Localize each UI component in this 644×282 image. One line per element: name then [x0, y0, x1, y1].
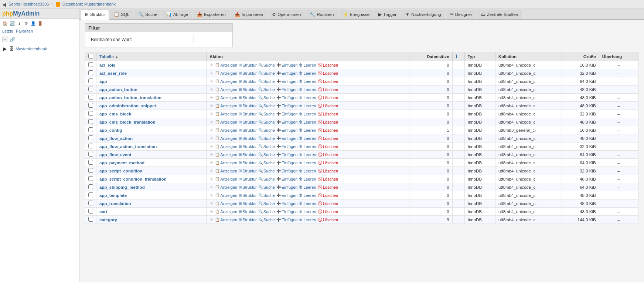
filter-input[interactable] — [135, 36, 194, 43]
action-insert[interactable]: ➕Einfügen — [276, 104, 297, 108]
favorite-star[interactable]: ★ — [209, 95, 214, 100]
table-header-info[interactable]: ℹ — [452, 52, 464, 61]
action-structure[interactable]: ⊞Struktur — [239, 79, 257, 84]
favorite-star[interactable]: ★ — [209, 177, 214, 182]
action-structure[interactable]: ⊞Struktur — [239, 201, 257, 206]
letzte-link[interactable]: Letzte — [2, 29, 13, 34]
action-insert[interactable]: ➕Einfügen — [276, 79, 297, 84]
table-name[interactable]: app_template — [96, 191, 207, 199]
row-checkbox[interactable] — [88, 103, 93, 108]
table-name[interactable]: app_script_condition — [96, 167, 207, 175]
action-delete[interactable]: 🚫Löschen — [318, 218, 338, 222]
action-structure[interactable]: ⊞Struktur — [239, 120, 257, 124]
action-structure[interactable]: ⊞Struktur — [239, 71, 257, 75]
action-empty[interactable]: 🗑Leeren — [299, 177, 316, 181]
action-insert[interactable]: ➕Einfügen — [276, 128, 297, 132]
favorite-star[interactable]: ★ — [209, 136, 214, 141]
action-show[interactable]: 📋Anzeigen — [215, 87, 237, 92]
action-structure[interactable]: ⊞Struktur — [239, 112, 257, 116]
action-empty[interactable]: 🗑Leeren — [299, 201, 316, 206]
action-insert[interactable]: ➕Einfügen — [276, 144, 297, 149]
action-insert[interactable]: ➕Einfügen — [276, 87, 297, 92]
action-delete[interactable]: 🚫Löschen — [318, 71, 338, 75]
action-insert[interactable]: ➕Einfügen — [276, 71, 297, 75]
user-icon[interactable]: 👤 — [30, 20, 36, 26]
action-show[interactable]: 📋Anzeigen — [215, 120, 237, 124]
reload-icon[interactable]: 🔄 — [9, 20, 15, 26]
action-show[interactable]: 📋Anzeigen — [215, 169, 237, 173]
action-delete[interactable]: 🚫Löschen — [318, 209, 338, 214]
action-empty[interactable]: 🗑Leeren — [299, 128, 316, 132]
favorite-star[interactable]: ★ — [209, 103, 214, 108]
action-insert[interactable]: ➕Einfügen — [276, 136, 297, 141]
action-delete[interactable]: 🚫Löschen — [318, 161, 338, 165]
favorite-star[interactable]: ★ — [209, 185, 214, 190]
action-delete[interactable]: 🚫Löschen — [318, 144, 338, 149]
action-delete[interactable]: 🚫Löschen — [318, 169, 338, 173]
action-empty[interactable]: 🗑Leeren — [299, 95, 316, 100]
action-show[interactable]: 📋Anzeigen — [215, 112, 237, 116]
link-icon[interactable]: 🔗 — [10, 37, 15, 42]
table-header-name[interactable]: Tabelle ▲ — [96, 52, 207, 61]
table-name[interactable]: acl_role — [96, 61, 207, 69]
row-checkbox[interactable] — [88, 95, 93, 100]
row-checkbox[interactable] — [88, 152, 93, 157]
action-delete[interactable]: 🚫Löschen — [318, 185, 338, 189]
action-show[interactable]: 📋Anzeigen — [215, 71, 237, 75]
favorite-star[interactable]: ★ — [209, 160, 214, 165]
row-checkbox[interactable] — [88, 127, 93, 132]
action-insert[interactable]: ➕Einfügen — [276, 120, 297, 124]
action-empty[interactable]: 🗑Leeren — [299, 120, 316, 124]
collapse-button[interactable]: – — [2, 37, 8, 42]
row-checkbox[interactable] — [88, 168, 93, 173]
action-show[interactable]: 📋Anzeigen — [215, 209, 237, 214]
db-tree-item[interactable]: ▶ 🗄 Musterdatenbank — [2, 46, 77, 52]
action-delete[interactable]: 🚫Löschen — [318, 87, 338, 92]
action-show[interactable]: 📋Anzeigen — [215, 201, 237, 206]
action-search[interactable]: 🔍Suche — [258, 185, 275, 189]
action-empty[interactable]: 🗑Leeren — [299, 218, 316, 222]
tab-suche[interactable]: 🔍 Suche — [134, 10, 161, 19]
action-empty[interactable]: 🗑Leeren — [299, 136, 316, 141]
action-show[interactable]: 📋Anzeigen — [215, 218, 237, 222]
action-search[interactable]: 🔍Suche — [258, 152, 275, 157]
action-insert[interactable]: ➕Einfügen — [276, 185, 297, 189]
tab-zentrale-spalten[interactable]: 🗂 Zentrale Spalten — [477, 10, 522, 19]
db-name[interactable]: Musterdatenbank — [16, 47, 47, 51]
favorite-star[interactable]: ★ — [209, 71, 214, 76]
action-search[interactable]: 🔍Suche — [258, 209, 275, 214]
action-insert[interactable]: ➕Einfügen — [276, 112, 297, 116]
table-name[interactable]: app_flow_action — [96, 134, 207, 142]
action-show[interactable]: 📋Anzeigen — [215, 177, 237, 181]
tab-trigger[interactable]: ▶ Trigger — [374, 10, 401, 19]
action-search[interactable]: 🔍Suche — [258, 71, 275, 75]
tab-struktur[interactable]: ⊞ Struktur — [81, 10, 109, 20]
table-name[interactable]: cart — [96, 208, 207, 216]
table-name[interactable]: category — [96, 216, 207, 224]
action-show[interactable]: 📋Anzeigen — [215, 95, 237, 100]
favorite-star[interactable]: ★ — [209, 193, 214, 198]
tab-routinen[interactable]: 🔧 Routinen — [306, 10, 338, 19]
row-checkbox[interactable] — [88, 201, 93, 205]
action-search[interactable]: 🔍Suche — [258, 169, 275, 173]
table-name[interactable]: acl_user_role — [96, 69, 207, 77]
action-empty[interactable]: 🗑Leeren — [299, 71, 316, 75]
action-empty[interactable]: 🗑Leeren — [299, 193, 316, 198]
action-search[interactable]: 🔍Suche — [258, 95, 275, 100]
action-search[interactable]: 🔍Suche — [258, 177, 275, 181]
row-checkbox[interactable] — [88, 160, 93, 165]
action-insert[interactable]: ➕Einfügen — [276, 193, 297, 198]
favorite-star[interactable]: ★ — [209, 120, 214, 125]
action-delete[interactable]: 🚫Löschen — [318, 112, 338, 116]
table-name[interactable]: app_action_button_translation — [96, 94, 207, 102]
action-delete[interactable]: 🚫Löschen — [318, 177, 338, 181]
favorite-star[interactable]: ★ — [209, 152, 214, 157]
favorite-star[interactable]: ★ — [209, 209, 214, 214]
row-checkbox[interactable] — [88, 119, 93, 124]
back-button[interactable]: ◀ — [2, 1, 6, 7]
row-checkbox[interactable] — [88, 62, 93, 67]
action-structure[interactable]: ⊞Struktur — [239, 193, 257, 198]
action-empty[interactable]: 🗑Leeren — [299, 209, 316, 214]
table-name[interactable]: app_translation — [96, 199, 207, 208]
action-insert[interactable]: ➕Einfügen — [276, 161, 297, 165]
